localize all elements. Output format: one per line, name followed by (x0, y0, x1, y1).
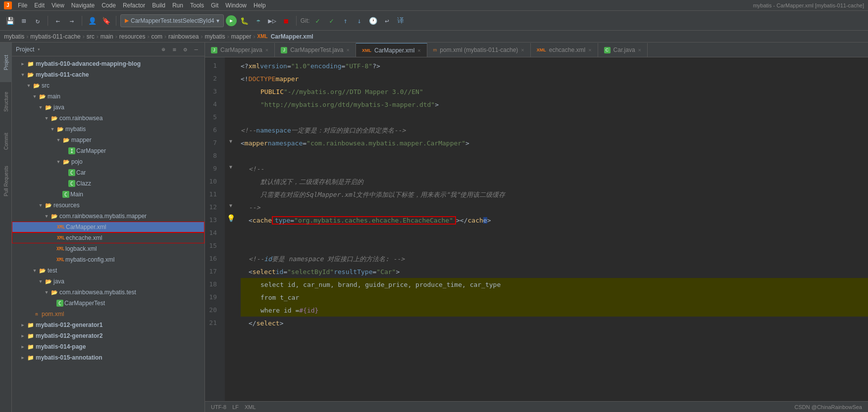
tree-item-echcache-xml[interactable]: XML echcache.xml (12, 232, 204, 243)
profile-btn[interactable]: 👤 (86, 15, 98, 27)
breadcrumb-rainbowsea[interactable]: rainbowsea (168, 33, 199, 40)
tab-carmapper-java[interactable]: J CarMapper.java × (205, 43, 275, 57)
breadcrumb-mybatis2[interactable]: mybatis (204, 33, 225, 40)
project-scroll-btn[interactable]: ≡ (170, 45, 179, 54)
menu-tools[interactable]: Tools (187, 1, 207, 10)
menu-window[interactable]: Window (222, 1, 250, 10)
tree-item-mapper-folder[interactable]: ▼ 📂 com.rainbowsea.mybatis.mapper (12, 211, 204, 222)
tab-carmapper-xml[interactable]: XML CarMapper.xml × (356, 43, 427, 57)
stop-btn[interactable]: ■ (280, 15, 292, 27)
tree-item-test[interactable]: ▼ 📂 test (12, 265, 204, 276)
code-area[interactable]: <?xml version="1.0" encoding="UTF-8" ?> … (237, 57, 868, 401)
tree-item-mybatis-config[interactable]: XML mybatis-config.xml (12, 254, 204, 265)
menu-code[interactable]: Code (99, 1, 119, 10)
line-num-7: 7 (205, 137, 221, 149)
forward-btn[interactable]: → (66, 15, 78, 27)
side-tab-commit[interactable]: Commit (0, 122, 12, 161)
menu-file[interactable]: File (15, 1, 30, 10)
gutter-3 (225, 83, 237, 96)
tree-item-com-rainbowsea[interactable]: ▼ 📂 com.rainbowsea (12, 113, 204, 124)
git-push[interactable]: ↑ (339, 15, 351, 27)
run-config-dropdown[interactable]: ▶ CarMapperTest.testSelectById4 ▾ (120, 14, 224, 27)
git-pull[interactable]: ↓ (353, 15, 365, 27)
breadcrumb-main[interactable]: main (101, 33, 113, 40)
profile-run-btn[interactable]: ▶▷ (266, 15, 278, 27)
tree-item-clazz[interactable]: C Clazz (12, 178, 204, 189)
menu-refactor[interactable]: Refactor (120, 1, 148, 10)
tree-item-main[interactable]: ▼ 📂 main (12, 91, 204, 102)
tree-item-pom[interactable]: m pom.xml (12, 309, 204, 320)
breadcrumb-src[interactable]: src (87, 33, 95, 40)
tree-item-test-package[interactable]: ▼ 📂 com.rainbowsea.mybatis.test (12, 287, 204, 298)
tab-close-car-java[interactable]: × (638, 47, 641, 53)
git-checkmark-1[interactable]: ✓ (311, 15, 323, 27)
menu-build[interactable]: Build (149, 1, 168, 10)
tree-item-012-gen1[interactable]: ▶ 📁 mybatis-012-generator1 (12, 320, 204, 330)
tab-pom-xml[interactable]: m pom.xml (mybatis-011-cache) × (427, 43, 531, 57)
tree-item-java[interactable]: ▼ 📂 java (12, 102, 204, 113)
save-btn[interactable]: 💾 (4, 15, 16, 27)
line-num-3: 3 (205, 85, 221, 98)
breadcrumb-filename[interactable]: CarMapper.xml (271, 33, 313, 40)
tree-item-car-class[interactable]: C Car (12, 167, 204, 178)
side-tab-structure[interactable]: Structure (0, 82, 12, 122)
debug-btn[interactable]: 🐛 (239, 15, 251, 27)
tree-item-010[interactable]: ▶ 📁 mybatis-010-advanced-mapping-blog (12, 58, 204, 69)
breadcrumb-com[interactable]: com (151, 33, 162, 40)
tree-item-mybatis[interactable]: ▼ 📂 mybatis (12, 124, 204, 135)
line-numbers: 1 2 3 4 5 6 7 8 9 10 11 12 13 14 15 16 1… (205, 57, 225, 401)
git-checkmark-2[interactable]: ✓ (325, 15, 337, 27)
bookmark-btn[interactable]: 🔖 (100, 15, 112, 27)
git-history[interactable]: 🕐 (367, 15, 379, 27)
breadcrumb-mapper[interactable]: mapper (231, 33, 252, 40)
project-add-btn[interactable]: ⊕ (159, 45, 168, 54)
project-collapse-btn[interactable]: — (192, 45, 201, 54)
tree-label-012-gen2: mybatis-012-generator2 (36, 332, 102, 339)
tab-close-carmapper-java[interactable]: × (265, 47, 268, 53)
tree-item-carmappertest[interactable]: C CarMapperTest (12, 298, 204, 309)
code-line-17: <select id="selectById" resultType="Car"… (241, 265, 868, 278)
side-tab-pull[interactable]: Pull Requests (0, 161, 12, 201)
tab-close-carmapper-xml[interactable]: × (417, 47, 420, 53)
menu-help[interactable]: Help (251, 1, 269, 10)
git-rollback[interactable]: ↩ (381, 15, 393, 27)
tab-carmappertest-java[interactable]: J CarMapperTest.java × (275, 43, 356, 57)
back-btn[interactable]: ← (52, 15, 64, 27)
tree-item-012-gen2[interactable]: ▶ 📁 mybatis-012-generator2 (12, 330, 204, 341)
run-button[interactable] (226, 15, 237, 26)
tree-item-main-class[interactable]: C Main (12, 189, 204, 200)
tab-close-carmappertest[interactable]: × (347, 47, 350, 53)
tree-item-logback[interactable]: XML logback.xml (12, 243, 204, 254)
menu-git[interactable]: Git (208, 1, 221, 10)
tree-item-resources[interactable]: ▼ 📂 resources (12, 200, 204, 211)
tab-close-echcache[interactable]: × (588, 47, 591, 53)
tree-item-mapper[interactable]: ▼ 📂 mapper (12, 135, 204, 145)
tab-close-pom[interactable]: × (521, 47, 524, 53)
breadcrumb-mybatis[interactable]: mybatis (4, 33, 24, 40)
menu-navigate[interactable]: Navigate (68, 1, 98, 10)
tree-item-pojo[interactable]: ▼ 📂 pojo (12, 156, 204, 167)
tree-item-carmapper-iface[interactable]: I CarMapper (12, 145, 204, 156)
tab-car-java[interactable]: C Car.java × (598, 43, 648, 57)
tree-item-test-java[interactable]: ▼ 📂 java (12, 276, 204, 287)
breadcrumb-cache[interactable]: mybatis-011-cache (30, 33, 80, 40)
project-settings-btn[interactable]: ⚙ (181, 45, 190, 54)
tree-item-carmapper-xml[interactable]: XML CarMapper.xml (12, 222, 204, 232)
project-panel-title: Project (16, 46, 34, 53)
gutter-13-bulb[interactable]: 💡 (225, 212, 237, 225)
tree-item-src[interactable]: ▼ 📂 src (12, 80, 204, 91)
menu-edit[interactable]: Edit (31, 1, 48, 10)
project-dropdown-arrow[interactable]: ▾ (37, 46, 40, 52)
translate-btn[interactable]: 译 (395, 15, 407, 27)
coverage-btn[interactable]: ☂ (253, 15, 264, 27)
sync-btn[interactable]: ↻ (32, 15, 44, 27)
tree-item-014[interactable]: ▶ 📁 mybatis-014-page (12, 341, 204, 352)
menu-view[interactable]: View (49, 1, 67, 10)
save-all-btn[interactable]: ⊞ (18, 15, 30, 27)
tab-echcache-xml[interactable]: XML echcache.xml × (531, 43, 598, 57)
side-tab-project[interactable]: Project (0, 43, 12, 82)
tree-item-015[interactable]: ▶ 📁 mybatis-015-annotation (12, 352, 204, 363)
breadcrumb-resources[interactable]: resources (119, 33, 146, 40)
tree-item-011[interactable]: ▼ 📂 mybatis-011-cache (12, 69, 204, 80)
menu-run[interactable]: Run (169, 1, 186, 10)
